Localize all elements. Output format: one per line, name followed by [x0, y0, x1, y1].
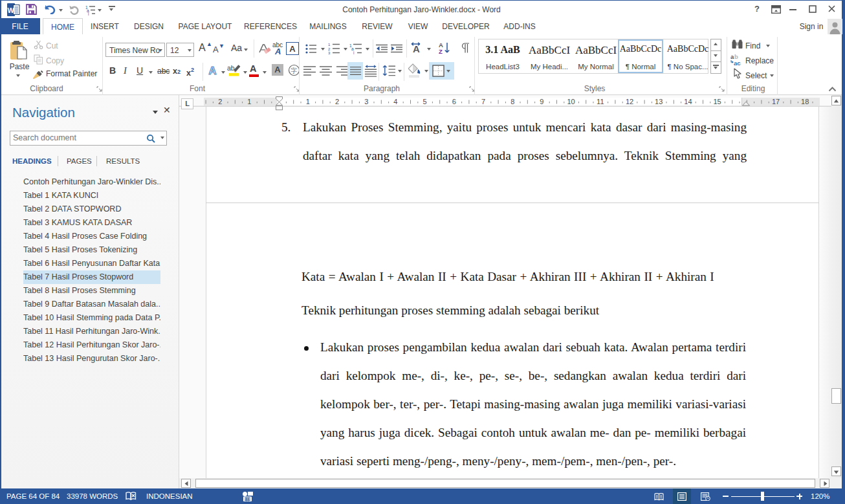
svg-text:5: 5 — [423, 98, 427, 105]
svg-text:8: 8 — [510, 98, 514, 105]
svg-text:ab: ab — [227, 64, 235, 72]
svg-text:2: 2 — [335, 98, 339, 105]
svg-text:i: i — [88, 12, 89, 16]
svg-text:18: 18 — [801, 98, 809, 105]
svg-text:10: 10 — [567, 98, 575, 105]
svg-text:2: 2 — [328, 47, 331, 51]
svg-text:7: 7 — [481, 98, 485, 105]
svg-text:i: i — [353, 50, 354, 55]
svg-text:3: 3 — [328, 51, 331, 55]
svg-text:6: 6 — [452, 98, 456, 105]
svg-text:2: 2 — [218, 98, 222, 105]
svg-text:Z: Z — [439, 48, 443, 55]
svg-text:17: 17 — [772, 98, 780, 105]
svg-text:1: 1 — [306, 98, 310, 105]
svg-text:13: 13 — [655, 98, 663, 105]
svg-text:1: 1 — [328, 43, 331, 47]
svg-text:A: A — [209, 65, 217, 76]
svg-text:字: 字 — [291, 67, 298, 74]
svg-text:ac: ac — [734, 60, 741, 66]
svg-text:W: W — [8, 6, 15, 14]
svg-text:14: 14 — [684, 98, 692, 105]
svg-text:15: 15 — [713, 98, 721, 105]
svg-text:11: 11 — [597, 98, 604, 105]
svg-text:1: 1 — [247, 98, 251, 105]
svg-text:12: 12 — [626, 98, 633, 105]
svg-text:9: 9 — [540, 98, 543, 105]
svg-text:4: 4 — [393, 98, 397, 105]
svg-text:3: 3 — [364, 98, 368, 105]
